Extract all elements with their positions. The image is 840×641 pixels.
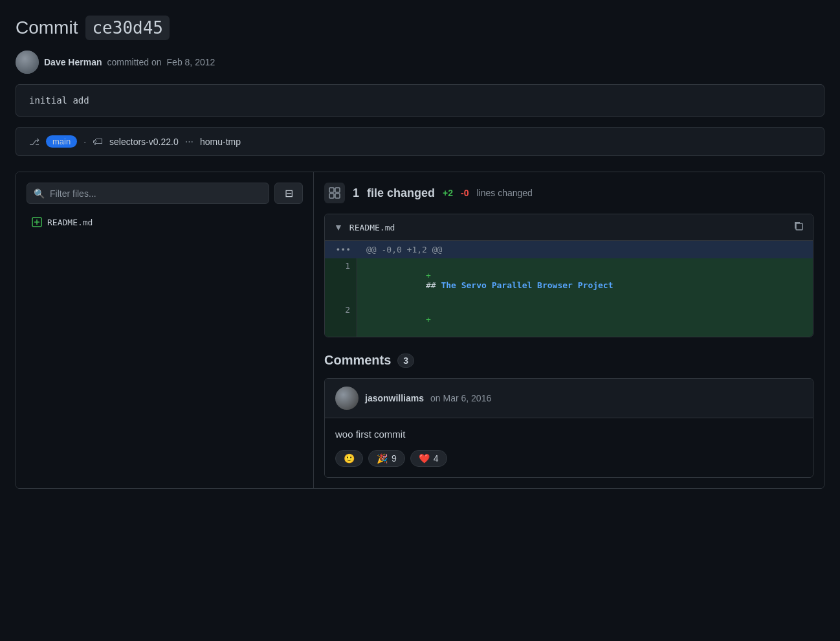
- copy-icon[interactable]: [793, 221, 804, 234]
- files-changed-label: file changed: [367, 186, 435, 200]
- git-branch-icon: ⎇: [29, 137, 39, 147]
- commenter-name-1[interactable]: jasonwilliams: [365, 393, 424, 403]
- heart-emoji: ❤️: [419, 453, 430, 464]
- diff-panel: 1 file changed +2 -0 lines changed ▼ REA…: [314, 172, 824, 488]
- hunk-meta: @@ -0,0 +1,2 @@: [366, 245, 442, 254]
- party-count: 9: [392, 453, 397, 464]
- commit-meta-row: ⎇ main · 🏷 selectors-v0.22.0 ··· homu-tm…: [16, 127, 824, 156]
- comment-block-1: jasonwilliams on Mar 6, 2016 woo first c…: [324, 378, 813, 478]
- diff-line-content-2: +: [357, 302, 813, 337]
- commit-action: committed on: [107, 57, 162, 67]
- reaction-heart-btn[interactable]: ❤️ 4: [410, 450, 447, 467]
- party-emoji: 🎉: [377, 453, 388, 464]
- svg-rect-7: [796, 223, 802, 230]
- filter-input-wrapper: 🔍: [27, 183, 269, 204]
- file-panel: 🔍 ⊟ README.md: [16, 172, 314, 488]
- comments-section: Comments 3 jasonwilliams on Mar 6, 2016 …: [324, 353, 813, 478]
- tag-name[interactable]: selectors-v0.22.0: [109, 137, 179, 147]
- comment-text-1: woo first commit: [335, 429, 802, 440]
- tag-icon: 🏷: [93, 136, 103, 148]
- diff-plus-1: +: [426, 271, 431, 280]
- diff-file-header: ▼ README.md: [325, 214, 813, 241]
- author-name[interactable]: Dave Herman: [44, 57, 102, 67]
- files-changed-count: 1: [353, 186, 359, 200]
- reaction-smile-btn[interactable]: 🙂: [335, 450, 363, 467]
- more-refs-dots: ···: [185, 136, 193, 148]
- search-icon: 🔍: [34, 188, 45, 199]
- heart-count: 4: [434, 453, 439, 464]
- collapse-icon[interactable]: ▼: [334, 222, 343, 232]
- extra-ref[interactable]: homu-tmp: [200, 137, 241, 147]
- reactions-row-1: 🙂 🎉 9 ❤️ 4: [335, 450, 802, 467]
- commit-label: Commit: [16, 17, 78, 38]
- commit-hash: ce30d45: [85, 16, 170, 40]
- list-item[interactable]: README.md: [27, 214, 303, 230]
- diff-view-icon: [324, 183, 345, 203]
- reaction-party-btn[interactable]: 🎉 9: [368, 450, 405, 467]
- diff-plus-2: +: [426, 315, 431, 324]
- comments-count-badge: 3: [397, 354, 414, 368]
- diff-filename: README.md: [349, 223, 787, 232]
- diff-line-content-1: + ## The Servo Parallel Browser Project: [357, 258, 813, 302]
- diff-line-2: 2 +: [325, 302, 813, 337]
- additions-stat: +2: [443, 188, 453, 198]
- diff-hunk-header: ••• @@ -0,0 +1,2 @@: [325, 241, 813, 258]
- diff-line-num-1: 1: [325, 258, 357, 302]
- lines-changed-label: lines changed: [476, 188, 532, 198]
- options-icon: ⊟: [285, 187, 293, 199]
- comment-date-1: on Mar 6, 2016: [430, 393, 491, 403]
- diff-file-block: ▼ README.md ••• @@ -0,0 +1,2 @@: [324, 214, 813, 337]
- diff-code-prefix-1: ##: [426, 280, 441, 290]
- comment-body-1: woo first commit 🙂 🎉 9 ❤️ 4: [325, 418, 813, 477]
- commit-message: initial add: [16, 84, 824, 117]
- options-button[interactable]: ⊟: [274, 183, 303, 204]
- diff-stats-row: 1 file changed +2 -0 lines changed: [324, 183, 813, 203]
- smile-emoji: 🙂: [344, 453, 355, 464]
- svg-rect-6: [335, 194, 340, 198]
- comments-header: Comments 3: [324, 353, 813, 368]
- avatar: [16, 51, 39, 74]
- comment-header-1: jasonwilliams on Mar 6, 2016: [325, 379, 813, 418]
- svg-rect-3: [329, 188, 334, 192]
- file-added-icon: [32, 217, 42, 227]
- branch-badge[interactable]: main: [46, 135, 77, 148]
- diff-line-1: 1 + ## The Servo Parallel Browser Projec…: [325, 258, 813, 302]
- deletions-stat: -0: [461, 188, 469, 198]
- meta-separator-1: ·: [83, 137, 86, 147]
- filter-files-input[interactable]: [50, 188, 262, 199]
- file-filter-row: 🔍 ⊟: [27, 183, 303, 204]
- comment-avatar-1: [335, 387, 359, 410]
- file-name: README.md: [47, 218, 93, 227]
- diff-line-num-2: 2: [325, 302, 357, 337]
- diff-code-link-1: The Servo Parallel Browser Project: [441, 280, 613, 290]
- comments-title: Comments: [324, 353, 391, 368]
- hunk-dots: •••: [333, 245, 359, 254]
- svg-rect-4: [335, 188, 340, 192]
- main-layout: 🔍 ⊟ README.md: [16, 172, 824, 489]
- commit-date: Feb 8, 2012: [167, 57, 216, 67]
- svg-rect-5: [329, 194, 334, 198]
